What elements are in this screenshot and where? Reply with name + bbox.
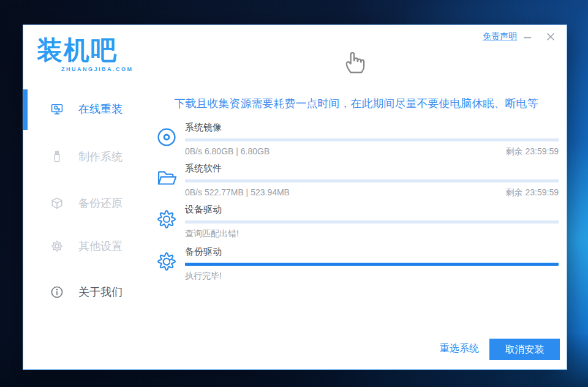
usb-icon	[50, 150, 64, 163]
task-time-remaining: 剩余 23:59:59	[506, 146, 559, 157]
sidebar-item-backup-restore[interactable]: 备份还原	[50, 195, 123, 211]
progress-bar	[185, 179, 559, 182]
progress-bar	[185, 263, 559, 266]
gear-sync-icon	[155, 250, 178, 273]
disc-icon	[155, 126, 178, 149]
cancel-install-button[interactable]: 取消安装	[489, 339, 560, 360]
task-title: 系统镜像	[185, 122, 559, 133]
task-row-backup-driver: 备份驱动 执行完毕!	[155, 246, 559, 282]
task-speed-size: 0B/s 6.80GB | 6.80GB	[185, 146, 270, 157]
task-status: 执行完毕!	[185, 271, 222, 282]
minimize-icon	[522, 32, 532, 42]
sidebar-item-online-reinstall[interactable]: 在线重装	[50, 101, 123, 117]
progress-bar	[185, 220, 559, 224]
sidebar-item-label: 制作系统	[78, 149, 123, 164]
task-time-remaining: 剩余 23:59:59	[506, 187, 559, 198]
app-window: 免责声明 装机吧 ZHUANGJIBA.COM 在线重装	[23, 24, 567, 370]
folder-icon	[155, 167, 178, 190]
monitor-icon	[50, 102, 64, 116]
download-notice: 下载且收集资源需要耗费一点时间，在此期间尽量不要使电脑休眠、断电等	[153, 96, 559, 111]
sidebar-item-about-us[interactable]: 关于我们	[50, 284, 123, 300]
task-row-system-software: 系统软件 0B/s 522.77MB | 523.94MB 剩余 23:59:5…	[155, 163, 559, 198]
task-row-device-driver: 设备驱动 查询匹配出错!	[155, 204, 559, 239]
info-icon	[50, 285, 64, 299]
task-status: 查询匹配出错!	[185, 228, 239, 239]
logo-subtitle: ZHUANGJIBA.COM	[61, 66, 134, 72]
progress-fill	[185, 263, 559, 266]
disclaimer-link[interactable]: 免责声明	[483, 31, 517, 42]
sidebar-active-indicator	[23, 89, 28, 130]
reselect-system-link[interactable]: 重选系统	[440, 342, 479, 355]
app-logo: 装机吧 ZHUANGJIBA.COM	[37, 37, 134, 72]
gear-icon	[155, 208, 178, 231]
sidebar-item-make-system[interactable]: 制作系统	[50, 149, 123, 165]
close-icon	[546, 32, 556, 42]
gear-icon	[50, 239, 64, 253]
desktop-background: { "window": { "disclaimer_label": "免责声明"…	[0, 0, 588, 387]
minimize-button[interactable]	[521, 31, 534, 44]
task-title: 系统软件	[185, 163, 559, 175]
backup-box-icon	[50, 197, 64, 210]
task-row-system-image: 系统镜像 0B/s 6.80GB | 6.80GB 剩余 23:59:59	[155, 122, 559, 157]
progress-bar	[185, 138, 559, 141]
sidebar-item-other-settings[interactable]: 其他设置	[50, 238, 123, 254]
sidebar-item-label: 关于我们	[78, 285, 123, 299]
task-title: 备份驱动	[185, 246, 559, 258]
close-button[interactable]	[544, 30, 557, 43]
task-speed-size: 0B/s 522.77MB | 523.94MB	[185, 187, 290, 198]
logo-title: 装机吧	[37, 37, 134, 63]
sidebar-item-label: 其他设置	[78, 239, 123, 254]
sidebar-item-label: 备份还原	[78, 196, 123, 211]
task-title: 设备驱动	[185, 204, 559, 216]
sidebar-item-label: 在线重装	[78, 102, 123, 116]
